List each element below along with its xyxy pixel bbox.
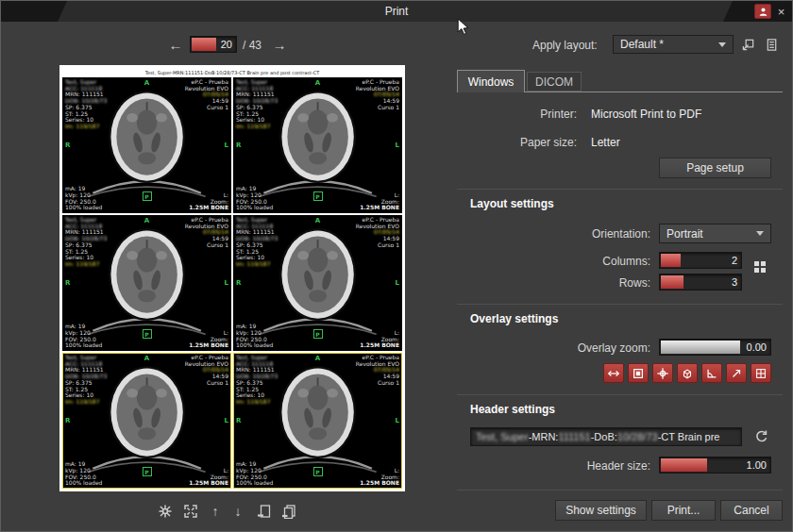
overlay-zoom-slider[interactable]: 0.00 — [659, 339, 771, 356]
orientation-marker: R — [236, 279, 241, 287]
overlay-text-tl: Test, SuperACC: 111118MRN: 111151DOB: 10… — [236, 79, 278, 130]
page-number-input[interactable]: 20 — [190, 36, 237, 53]
rows-slider[interactable]: 3 — [659, 274, 742, 291]
preview-page-header: Test, Super-MRN:111151-DoB:10/28/73-CT B… — [62, 68, 402, 77]
header-text-input[interactable]: Test, Super-MRN:111151-DoB:10/28/73-CT B… — [470, 427, 742, 446]
print-cell[interactable]: Test, SuperACC: 111118MRN: 111151DOB: 10… — [233, 77, 402, 213]
page-total-label: / 43 — [243, 39, 262, 52]
overlay-frame-icon — [632, 367, 645, 380]
header-text-segment: 111151 — [558, 431, 590, 442]
header-text-segment: -CT Brain pre — [658, 431, 720, 442]
columns-fill — [661, 254, 681, 267]
print-cell[interactable]: Test, SuperACC: 111118MRN: 111151DOB: 10… — [62, 353, 231, 489]
page-setup-button[interactable]: Page setup — [659, 158, 771, 178]
move-page-up-button[interactable]: ↑ — [205, 501, 226, 522]
header-settings-heading: Header settings — [470, 403, 555, 416]
printer-label: Printer: — [492, 108, 577, 121]
print-cell[interactable]: Test, SuperACC: 111118MRN: 111151DOB: 10… — [233, 215, 402, 351]
user-icon — [758, 7, 768, 17]
orientation-marker: R — [236, 417, 241, 424]
orientation-label: Orientation: — [530, 227, 650, 241]
fit-to-screen-button[interactable] — [179, 501, 202, 522]
preview-grid: Test, SuperACC: 111118MRN: 111151DOB: 10… — [62, 77, 402, 489]
print-cell[interactable]: Test, SuperACC: 111118MRN: 111151DOB: 10… — [62, 77, 231, 213]
orientation-marker: A — [315, 217, 320, 224]
overlay-zoom-label: Overlay zoom: — [530, 341, 650, 355]
overlay-text-bl: mA: 19kVp: 120FOV: 250.0100% loaded — [65, 324, 102, 349]
overlay-text-br: L:Zoom:1.25M BONE — [360, 330, 399, 349]
orientation-marker: R — [236, 141, 241, 149]
previous-page-button[interactable]: ← — [165, 35, 186, 54]
orientation-marker: R — [65, 279, 70, 287]
header-text-segment: -DoB: — [591, 431, 617, 442]
overlay-text-tr: eP.C - PruebaRevolution EVO07/05/1414:59… — [356, 355, 399, 387]
orientation-select[interactable]: Portrait — [659, 224, 771, 243]
overlay-cube-button[interactable] — [677, 363, 698, 383]
overlay-frame-button[interactable] — [628, 363, 649, 383]
orientation-marker: P — [313, 467, 323, 476]
refresh-header-button[interactable] — [750, 425, 774, 448]
overlay-fit-button[interactable] — [603, 363, 624, 383]
overlay-angle-button[interactable] — [701, 363, 722, 383]
orientation-marker: A — [144, 217, 149, 224]
orientation-marker: R — [65, 417, 70, 424]
close-button[interactable]: × — [773, 4, 789, 19]
remove-all-pages-button[interactable] — [278, 501, 300, 522]
next-page-button[interactable]: → — [269, 35, 290, 54]
header-size-fill — [661, 458, 707, 472]
overlay-annotation-button[interactable] — [726, 363, 747, 383]
remove-page-button[interactable] — [253, 501, 276, 522]
layout-settings-heading: Layout settings — [470, 197, 554, 210]
apply-layout-value: Default * — [620, 38, 664, 51]
tab-windows[interactable]: Windows — [457, 70, 525, 92]
overlay-text-tl: Test, SuperACC: 111118MRN: 111151DOB: 10… — [236, 217, 278, 268]
header-text-segment: Test, Super — [476, 431, 529, 442]
print-cell[interactable]: Test, SuperACC: 111118MRN: 111151DOB: 10… — [233, 353, 402, 489]
separator — [457, 189, 783, 190]
overlay-text-bl: mA: 19kVp: 120FOV: 250.0100% loaded — [236, 324, 273, 349]
overlay-text-tr: eP.C - PruebaRevolution EVO07/05/1414:59… — [185, 355, 228, 387]
tab-dicom[interactable]: DICOM — [527, 72, 582, 91]
overlay-text-bl: mA: 19kVp: 120FOV: 250.0100% loaded — [236, 461, 273, 487]
apply-layout-select[interactable]: Default * — [613, 35, 734, 54]
printer-value: Microsoft Print to PDF — [591, 108, 701, 121]
orientation-marker: L — [396, 417, 399, 424]
overlay-zoom-value: 0.00 — [747, 340, 767, 355]
fit-to-screen-icon — [183, 504, 198, 519]
auto-fit-icon — [158, 504, 173, 519]
overlay-crosshair-button[interactable] — [652, 363, 673, 383]
overlay-settings-heading: Overlay settings — [470, 312, 558, 325]
header-size-slider[interactable]: 1.00 — [659, 457, 771, 474]
overlay-text-tl: Test, SuperACC: 111118MRN: 111151DOB: 10… — [65, 79, 107, 130]
save-layout-button[interactable] — [738, 35, 758, 54]
orientation-marker: P — [313, 191, 323, 201]
grid-layout-button[interactable] — [749, 256, 771, 278]
overlay-text-bl: mA: 19kVp: 120FOV: 250.0100% loaded — [65, 461, 102, 487]
overlay-zoom-fill — [661, 341, 740, 354]
show-settings-button[interactable]: Show settings — [555, 500, 647, 521]
user-report-button[interactable] — [754, 4, 771, 19]
print-preview-page: Test, Super-MRN:111151-DoB:10/28/73-CT B… — [59, 65, 405, 491]
overlay-crosshair-icon — [656, 367, 669, 380]
print-cell[interactable]: Test, SuperACC: 111118MRN: 111151DOB: 10… — [62, 215, 231, 351]
overlay-angle-icon — [705, 367, 718, 380]
layout-list-button[interactable] — [762, 35, 782, 54]
layout-list-icon — [765, 38, 779, 52]
overlay-annotation-icon — [730, 367, 743, 380]
orientation-marker: A — [144, 355, 149, 362]
chevron-down-icon — [756, 231, 764, 236]
orientation-marker: L — [396, 279, 399, 287]
separator — [457, 490, 783, 490]
orientation-marker: P — [313, 329, 323, 339]
orientation-marker: A — [144, 79, 149, 87]
overlay-grid-button[interactable] — [751, 363, 771, 383]
move-page-down-button[interactable]: ↓ — [228, 501, 248, 522]
overlay-cube-icon — [681, 367, 694, 380]
cancel-button[interactable]: Cancel — [720, 500, 783, 521]
columns-slider[interactable]: 2 — [659, 252, 742, 269]
auto-fit-button[interactable] — [154, 501, 177, 522]
overlay-text-br: L:Zoom:1.25M BONE — [189, 192, 228, 211]
titlebar: Print × — [1, 1, 792, 22]
overlay-text-tr: eP.C - PruebaRevolution EVO07/05/1414:59… — [356, 217, 399, 249]
print-button[interactable]: Print... — [651, 500, 716, 521]
